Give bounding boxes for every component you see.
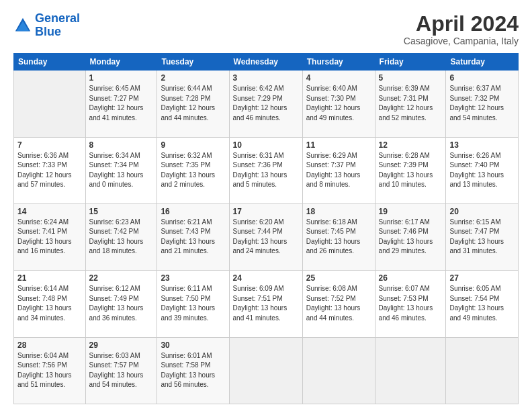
day-cell: 25Sunrise: 6:08 AM Sunset: 7:52 PM Dayli…: [302, 271, 375, 337]
day-number: 22: [89, 273, 154, 283]
day-number: 24: [233, 273, 299, 283]
day-cell: 14Sunrise: 6:24 AM Sunset: 7:41 PM Dayli…: [14, 203, 86, 270]
day-info: Sunrise: 6:44 AM Sunset: 7:28 PM Dayligh…: [161, 84, 225, 123]
col-header-wednesday: Wednesday: [229, 54, 302, 71]
day-cell: 9Sunrise: 6:32 AM Sunset: 7:35 PM Daylig…: [157, 137, 229, 203]
day-info: Sunrise: 6:37 AM Sunset: 7:32 PM Dayligh…: [449, 84, 515, 123]
day-cell: 7Sunrise: 6:36 AM Sunset: 7:33 PM Daylig…: [14, 137, 86, 203]
day-cell: 30Sunrise: 6:01 AM Sunset: 7:58 PM Dayli…: [157, 337, 229, 404]
day-info: Sunrise: 6:12 AM Sunset: 7:49 PM Dayligh…: [89, 284, 154, 323]
day-info: Sunrise: 6:20 AM Sunset: 7:44 PM Dayligh…: [233, 218, 299, 257]
col-header-thursday: Thursday: [302, 54, 375, 71]
day-number: 15: [89, 207, 154, 216]
day-cell: [14, 71, 86, 137]
day-number: 11: [306, 140, 371, 150]
day-info: Sunrise: 6:03 AM Sunset: 7:57 PM Dayligh…: [89, 351, 154, 390]
week-row-3: 14Sunrise: 6:24 AM Sunset: 7:41 PM Dayli…: [14, 203, 519, 270]
day-cell: 10Sunrise: 6:31 AM Sunset: 7:36 PM Dayli…: [229, 137, 302, 203]
day-number: 19: [379, 207, 443, 216]
header: General Blue April 2024 Casagiove, Campa…: [13, 12, 519, 46]
logo-general: General: [35, 11, 80, 25]
day-cell: 18Sunrise: 6:18 AM Sunset: 7:45 PM Dayli…: [302, 203, 375, 270]
calendar-table: SundayMondayTuesdayWednesdayThursdayFrid…: [13, 53, 519, 404]
day-info: Sunrise: 6:31 AM Sunset: 7:36 PM Dayligh…: [233, 151, 299, 190]
day-info: Sunrise: 6:11 AM Sunset: 7:50 PM Dayligh…: [161, 284, 225, 323]
day-info: Sunrise: 6:24 AM Sunset: 7:41 PM Dayligh…: [17, 218, 82, 257]
day-number: 26: [379, 273, 443, 283]
day-number: 27: [449, 273, 515, 283]
day-number: 29: [89, 340, 154, 350]
day-info: Sunrise: 6:36 AM Sunset: 7:33 PM Dayligh…: [17, 151, 82, 190]
day-number: 3: [233, 73, 299, 83]
day-cell: 22Sunrise: 6:12 AM Sunset: 7:49 PM Dayli…: [85, 271, 157, 337]
day-number: 2: [161, 73, 225, 83]
day-cell: 17Sunrise: 6:20 AM Sunset: 7:44 PM Dayli…: [229, 203, 302, 270]
day-number: 17: [233, 207, 299, 216]
day-info: Sunrise: 6:21 AM Sunset: 7:43 PM Dayligh…: [161, 218, 225, 257]
day-info: Sunrise: 6:45 AM Sunset: 7:27 PM Dayligh…: [89, 84, 154, 123]
day-number: 14: [17, 207, 82, 216]
logo-text: General Blue: [35, 12, 80, 39]
day-info: Sunrise: 6:01 AM Sunset: 7:58 PM Dayligh…: [161, 351, 225, 390]
day-info: Sunrise: 6:29 AM Sunset: 7:37 PM Dayligh…: [306, 151, 371, 190]
day-info: Sunrise: 6:07 AM Sunset: 7:53 PM Dayligh…: [379, 284, 443, 323]
day-cell: 26Sunrise: 6:07 AM Sunset: 7:53 PM Dayli…: [375, 271, 446, 337]
day-cell: 20Sunrise: 6:15 AM Sunset: 7:47 PM Dayli…: [446, 203, 519, 270]
week-row-1: 1Sunrise: 6:45 AM Sunset: 7:27 PM Daylig…: [14, 71, 519, 137]
col-header-friday: Friday: [375, 54, 446, 71]
day-info: Sunrise: 6:32 AM Sunset: 7:35 PM Dayligh…: [161, 151, 225, 190]
day-cell: 15Sunrise: 6:23 AM Sunset: 7:42 PM Dayli…: [85, 203, 157, 270]
day-cell: 12Sunrise: 6:28 AM Sunset: 7:39 PM Dayli…: [375, 137, 446, 203]
day-cell: 2Sunrise: 6:44 AM Sunset: 7:28 PM Daylig…: [157, 71, 229, 137]
week-row-2: 7Sunrise: 6:36 AM Sunset: 7:33 PM Daylig…: [14, 137, 519, 203]
col-header-monday: Monday: [85, 54, 157, 71]
day-cell: 16Sunrise: 6:21 AM Sunset: 7:43 PM Dayli…: [157, 203, 229, 270]
day-number: 9: [161, 140, 225, 150]
day-cell: 1Sunrise: 6:45 AM Sunset: 7:27 PM Daylig…: [85, 71, 157, 137]
day-number: 25: [306, 273, 371, 283]
day-info: Sunrise: 6:23 AM Sunset: 7:42 PM Dayligh…: [89, 218, 154, 257]
day-info: Sunrise: 6:18 AM Sunset: 7:45 PM Dayligh…: [306, 218, 371, 257]
day-cell: 11Sunrise: 6:29 AM Sunset: 7:37 PM Dayli…: [302, 137, 375, 203]
day-cell: 28Sunrise: 6:04 AM Sunset: 7:56 PM Dayli…: [14, 337, 86, 404]
col-header-tuesday: Tuesday: [157, 54, 229, 71]
day-cell: 19Sunrise: 6:17 AM Sunset: 7:46 PM Dayli…: [375, 203, 446, 270]
day-cell: [375, 337, 446, 404]
day-number: 20: [449, 207, 515, 216]
day-number: 16: [161, 207, 225, 216]
day-number: 13: [449, 140, 515, 150]
day-number: 4: [306, 73, 371, 83]
page-subtitle: Casagiove, Campania, Italy: [404, 36, 519, 46]
logo: General Blue: [13, 12, 80, 39]
day-cell: 24Sunrise: 6:09 AM Sunset: 7:51 PM Dayli…: [229, 271, 302, 337]
day-info: Sunrise: 6:39 AM Sunset: 7:31 PM Dayligh…: [379, 84, 443, 123]
day-info: Sunrise: 6:42 AM Sunset: 7:29 PM Dayligh…: [233, 84, 299, 123]
day-number: 8: [89, 140, 154, 150]
day-number: 10: [233, 140, 299, 150]
day-cell: 4Sunrise: 6:40 AM Sunset: 7:30 PM Daylig…: [302, 71, 375, 137]
day-number: 18: [306, 207, 371, 216]
week-row-5: 28Sunrise: 6:04 AM Sunset: 7:56 PM Dayli…: [14, 337, 519, 404]
day-info: Sunrise: 6:15 AM Sunset: 7:47 PM Dayligh…: [449, 218, 515, 257]
col-header-saturday: Saturday: [446, 54, 519, 71]
day-info: Sunrise: 6:28 AM Sunset: 7:39 PM Dayligh…: [379, 151, 443, 190]
day-cell: [229, 337, 302, 404]
day-number: 12: [379, 140, 443, 150]
day-info: Sunrise: 6:26 AM Sunset: 7:40 PM Dayligh…: [449, 151, 515, 190]
logo-blue: Blue: [35, 25, 61, 38]
day-info: Sunrise: 6:04 AM Sunset: 7:56 PM Dayligh…: [17, 351, 82, 390]
day-cell: [446, 337, 519, 404]
day-info: Sunrise: 6:05 AM Sunset: 7:54 PM Dayligh…: [449, 284, 515, 323]
day-cell: 29Sunrise: 6:03 AM Sunset: 7:57 PM Dayli…: [85, 337, 157, 404]
day-cell: 21Sunrise: 6:14 AM Sunset: 7:48 PM Dayli…: [14, 271, 86, 337]
day-cell: 27Sunrise: 6:05 AM Sunset: 7:54 PM Dayli…: [446, 271, 519, 337]
day-info: Sunrise: 6:17 AM Sunset: 7:46 PM Dayligh…: [379, 218, 443, 257]
day-number: 6: [449, 73, 515, 83]
week-row-4: 21Sunrise: 6:14 AM Sunset: 7:48 PM Dayli…: [14, 271, 519, 337]
calendar-header-row: SundayMondayTuesdayWednesdayThursdayFrid…: [14, 54, 519, 71]
day-cell: 3Sunrise: 6:42 AM Sunset: 7:29 PM Daylig…: [229, 71, 302, 137]
day-cell: 5Sunrise: 6:39 AM Sunset: 7:31 PM Daylig…: [375, 71, 446, 137]
day-cell: 8Sunrise: 6:34 AM Sunset: 7:34 PM Daylig…: [85, 137, 157, 203]
day-number: 5: [379, 73, 443, 83]
col-header-sunday: Sunday: [14, 54, 86, 71]
